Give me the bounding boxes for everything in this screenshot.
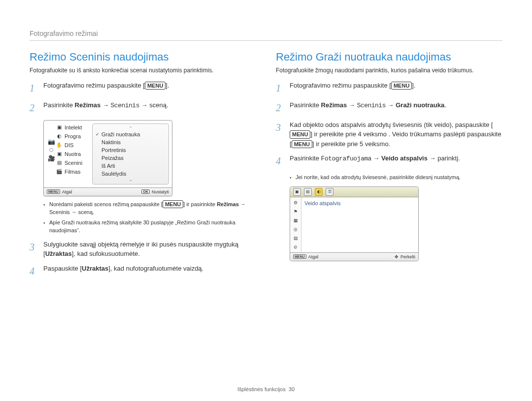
video-icon: 🎥 — [48, 155, 55, 162]
mode-dial-icons: 📷 🎥 — [47, 123, 56, 185]
step-number: 2 — [276, 100, 285, 115]
list-item: Iš Arti — [101, 163, 115, 169]
left-intro: Fotografuokite su iš anksto konkrečiai s… — [30, 66, 256, 75]
tab-icon: ☰ — [326, 188, 333, 196]
list-item: Filmas — [65, 169, 80, 175]
list-item: Intelekt — [65, 124, 82, 130]
right-step4: Pasirinkite Fotografuojama → Veido atspa… — [290, 154, 502, 168]
list-item: Portretinis — [101, 147, 126, 153]
list-item: Progra — [65, 133, 81, 139]
target-icon: ◎ — [292, 226, 299, 233]
bullet-note: Norėdami pakeisti scenos režimą paspausk… — [43, 200, 256, 216]
settings-icon-column: ⚙ ⚑ ▦ ◎ ▤ ⊘ — [290, 197, 301, 252]
step-number: 1 — [30, 81, 38, 95]
footer-label: Atgal — [308, 254, 319, 259]
face-tone-screenshot: ▣ ▤ ◐ ☰ ⚙ ⚑ ▦ ◎ ▤ ⊘ Veido atspalvis — [290, 186, 419, 261]
step-number: 3 — [276, 120, 285, 149]
menu-key: MENU — [145, 82, 166, 90]
left-step1: Fotografavimo režimu paspauskite [MENU]. — [43, 81, 256, 95]
grid2-icon: ▤ — [292, 235, 299, 242]
list-item: Peizažas — [101, 155, 124, 161]
left-title: Režimo Sceninis naudojimas — [30, 51, 256, 63]
right-step3: Kad objekto odos atspalvis atrodytų švie… — [290, 120, 502, 149]
bullet-note: Apie Graži nuotrauka režimą skaitykite 3… — [43, 218, 256, 235]
menu-tag: MENU — [47, 189, 60, 194]
camera-icon: 📷 — [48, 138, 55, 145]
step-number: 3 — [30, 240, 38, 259]
step-number: 2 — [30, 100, 38, 115]
right-step1: Fotografavimo režimu paspauskite [MENU]. — [290, 81, 502, 95]
ok-tag: OK — [141, 189, 150, 194]
list-item: DIS — [65, 142, 73, 148]
right-step2: Pasirinkite Režimas → Sceninis → Graži n… — [290, 100, 502, 115]
menu-tag: MENU — [293, 254, 306, 259]
move-icon: ✥ — [395, 254, 399, 259]
list-item: Scenini — [65, 160, 82, 166]
mode-icon: ✋ — [56, 142, 63, 148]
bullet-note: Jei norite, kad oda atrodytų šviesesnė, … — [290, 173, 502, 182]
chevron-up-icon: ⌃ — [95, 126, 166, 130]
mode-icon: ▤ — [56, 160, 63, 166]
step-number: 4 — [30, 264, 38, 278]
footer-label: Nustatyti — [152, 189, 169, 194]
right-intro: Fotografuokite žmogų naudodami parinktis… — [276, 66, 502, 75]
left-step2: Pasirinkite Režimas → Sceninis → sceną. — [43, 100, 256, 115]
list-item: Graži nuotrauka — [101, 131, 140, 137]
slider-icon: ⚙ — [292, 199, 299, 206]
list-item: Saulėlydis — [101, 171, 126, 177]
right-column: Režimo Graži nuotrauka naudojimas Fotogr… — [276, 51, 502, 283]
tab-icon: ▤ — [304, 188, 312, 196]
left-column: Režimo Sceninis naudojimas Fotografuokit… — [30, 51, 256, 283]
flag-icon: ⚑ — [292, 208, 299, 215]
menu-key: MENU — [391, 82, 412, 90]
footer-label: Perkelti — [400, 254, 415, 259]
menu-key: MENU — [163, 200, 183, 208]
chevron-down-icon: ⌄ — [95, 178, 166, 182]
scene-menu-screenshot: 📷 🎥 ▣Intelekt ◐Progra ✋DIS ▣Nuotra ▤Scen… — [43, 120, 172, 196]
check-icon: ✓ — [96, 132, 100, 137]
list-item: Naktinis — [101, 139, 121, 145]
footer-label: Atgal — [62, 189, 72, 194]
mode-icon: ▣ — [56, 124, 63, 130]
off-icon: ⊘ — [292, 244, 299, 250]
breadcrumb: Fotografavimo režimai — [30, 30, 502, 41]
mode-list: ▣Intelekt ◐Progra ✋DIS ▣Nuotra ▤Scenini … — [56, 123, 90, 185]
left-step3: Sulygiuokite savąjį objektą rėmelyje ir … — [43, 240, 256, 259]
mode-icon: ▣ — [56, 151, 63, 157]
scene-popup: ⌃ ✓Graži nuotrauka Naktinis Portretinis … — [92, 123, 169, 185]
grid-icon: ▦ — [292, 217, 299, 224]
mode-icon: 🎬 — [56, 169, 63, 175]
tab-bar: ▣ ▤ ◐ ☰ — [290, 187, 418, 197]
page-footer: Išplėstinės funkcijos 30 — [0, 386, 532, 392]
step-number: 4 — [276, 154, 285, 168]
list-item: Nuotra — [65, 151, 81, 157]
menu-key: MENU — [292, 140, 312, 148]
step-number: 1 — [276, 81, 285, 95]
tab-icon-selected: ◐ — [315, 188, 323, 196]
right-title: Režimo Graži nuotrauka naudojimas — [276, 51, 502, 63]
tab-icon: ▣ — [293, 188, 301, 196]
mode-icon: ◐ — [56, 133, 63, 139]
setting-label: Veido atspalvis — [301, 197, 418, 252]
left-step4: Paspauskite [Užraktas], kad nufotografuo… — [43, 264, 256, 278]
menu-key: MENU — [290, 130, 310, 138]
